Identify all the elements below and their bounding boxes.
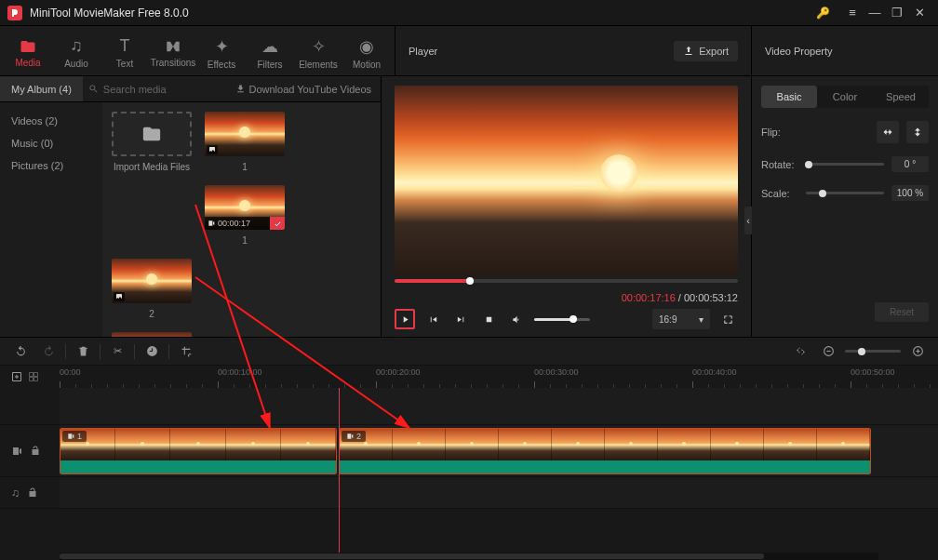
play-button[interactable]: [395, 309, 415, 329]
album-tab[interactable]: My Album (4): [0, 76, 83, 101]
timeline-clip[interactable]: 1: [60, 428, 337, 474]
flip-vertical-button[interactable]: [906, 121, 929, 143]
tab-label: Effects: [208, 60, 235, 70]
split-button[interactable]: ✂: [106, 340, 128, 363]
player-header: Player Export: [395, 26, 752, 75]
media-item[interactable]: 1: [205, 112, 285, 172]
horizontal-scrollbar[interactable]: [60, 553, 878, 560]
search-placeholder: Search media: [103, 84, 167, 95]
download-youtube-link[interactable]: Download YouTube Videos: [235, 84, 372, 95]
tab-transitions[interactable]: Transitions: [149, 30, 197, 75]
media-label: 2: [149, 309, 154, 319]
video-preview[interactable]: [395, 86, 738, 276]
zoom-out-button[interactable]: [817, 340, 839, 363]
media-thumbnail: 00:00:35: [112, 332, 192, 337]
download-icon: [235, 84, 246, 94]
close-icon[interactable]: ✕: [908, 6, 931, 20]
player-title: Player: [409, 46, 437, 57]
checkmark-icon: [270, 217, 285, 230]
tab-label: Text: [116, 59, 133, 69]
library-sidebar: Videos (2) Music (0) Pictures (2): [0, 102, 102, 337]
rotate-slider[interactable]: [806, 163, 884, 166]
search-input[interactable]: Search media: [88, 84, 200, 95]
search-icon: [88, 84, 99, 94]
tab-text[interactable]: TText: [100, 30, 149, 75]
zoom-slider[interactable]: [845, 350, 901, 353]
key-icon[interactable]: 🔑: [816, 7, 830, 20]
scale-label: Scale:: [761, 188, 798, 199]
menu-icon[interactable]: ≡: [841, 6, 864, 20]
player-pane: 00:00:17:16 / 00:00:53:12 16:9▾: [382, 76, 752, 337]
property-title: Video Property: [765, 46, 833, 57]
media-thumbnail: [112, 259, 192, 303]
redo-button[interactable]: [37, 340, 60, 363]
property-tabs: Basic Color Speed: [761, 86, 929, 108]
sidebar-item-videos[interactable]: Videos (2): [0, 110, 102, 132]
media-item[interactable]: 2: [112, 259, 192, 319]
volume-slider[interactable]: [534, 318, 590, 321]
stop-button[interactable]: [478, 309, 499, 329]
app-logo: [7, 6, 22, 20]
tab-label: Motion: [353, 60, 381, 70]
top-toolbar: Media ♫Audio TText Transitions ✦Effects …: [0, 26, 938, 76]
zoom-in-button[interactable]: [906, 340, 929, 363]
track-head-audio: ♫: [0, 477, 60, 508]
sidebar-item-music[interactable]: Music (0): [0, 132, 102, 154]
chevron-down-icon: ▾: [699, 314, 704, 325]
fullscreen-button[interactable]: [717, 309, 738, 329]
unlock-icon[interactable]: [27, 487, 38, 499]
player-controls: 16:9▾: [395, 307, 738, 331]
aspect-ratio-select[interactable]: 16:9▾: [652, 309, 710, 329]
tab-color[interactable]: Color: [817, 86, 873, 108]
speed-button[interactable]: [141, 340, 163, 363]
scrub-bar[interactable]: [395, 279, 738, 283]
timeline-area: ✂ 00:0000:00:10:0000:00:20:0000:00:30:00…: [0, 337, 938, 560]
media-label: 1: [242, 235, 248, 246]
scale-value[interactable]: 100 %: [891, 185, 929, 201]
timeline-tracks: 12 ♫: [0, 388, 938, 553]
tab-basic[interactable]: Basic: [761, 86, 817, 108]
media-item[interactable]: 00:00:35 2: [112, 332, 192, 337]
tab-audio[interactable]: ♫Audio: [52, 30, 100, 75]
undo-button[interactable]: [9, 340, 32, 363]
download-label: Download YouTube Videos: [249, 84, 372, 95]
volume-button[interactable]: [506, 309, 527, 329]
flip-horizontal-button[interactable]: [877, 121, 899, 143]
tab-media[interactable]: Media: [4, 30, 52, 75]
import-media-button[interactable]: Import Media Files: [112, 112, 192, 172]
export-label: Export: [699, 46, 729, 57]
next-button[interactable]: [450, 309, 471, 329]
export-button[interactable]: Export: [674, 41, 738, 61]
current-time: 00:00:17:16: [622, 292, 676, 303]
crop-button[interactable]: [175, 340, 197, 363]
media-item[interactable]: 00:00:17 1: [205, 185, 285, 246]
delete-button[interactable]: [72, 340, 94, 363]
import-label: Import Media Files: [114, 162, 190, 172]
properties-pane: ‹ Basic Color Speed Flip: Rotate: 0 ° Sc…: [752, 76, 938, 337]
timeline-clip[interactable]: 2: [339, 428, 871, 474]
video-track-body[interactable]: 12: [60, 425, 938, 476]
scale-slider[interactable]: [806, 192, 884, 194]
auto-fit-button[interactable]: [789, 340, 811, 363]
tool-tabs: Media ♫Audio TText Transitions ✦Effects …: [0, 26, 395, 75]
prev-button[interactable]: [422, 309, 443, 329]
unlock-icon[interactable]: [30, 446, 41, 457]
property-header: Video Property: [752, 26, 938, 75]
tab-elements[interactable]: ✧Elements: [294, 30, 342, 75]
playhead[interactable]: [339, 388, 340, 553]
tab-speed[interactable]: Speed: [873, 86, 929, 108]
tab-motion[interactable]: ◉Motion: [342, 30, 391, 75]
title-bar: MiniTool MovieMaker Free 8.0.0 🔑 ≡ — ❐ ✕: [0, 0, 938, 26]
maximize-icon[interactable]: ❐: [886, 6, 908, 20]
track-head-video: [0, 425, 60, 476]
tab-filters[interactable]: ☁Filters: [246, 30, 294, 75]
rotate-value[interactable]: 0 °: [891, 156, 929, 172]
minimize-icon[interactable]: —: [864, 6, 886, 20]
sidebar-item-pictures[interactable]: Pictures (2): [0, 154, 102, 177]
add-track-button[interactable]: [0, 366, 60, 388]
tab-effects[interactable]: ✦Effects: [197, 30, 246, 75]
expand-handle[interactable]: ‹: [744, 207, 752, 234]
reset-button[interactable]: Reset: [875, 302, 929, 322]
timeline-ruler[interactable]: 00:0000:00:10:0000:00:20:0000:00:30:0000…: [60, 366, 938, 388]
library-toolbar: My Album (4) Search media Download YouTu…: [0, 76, 381, 102]
